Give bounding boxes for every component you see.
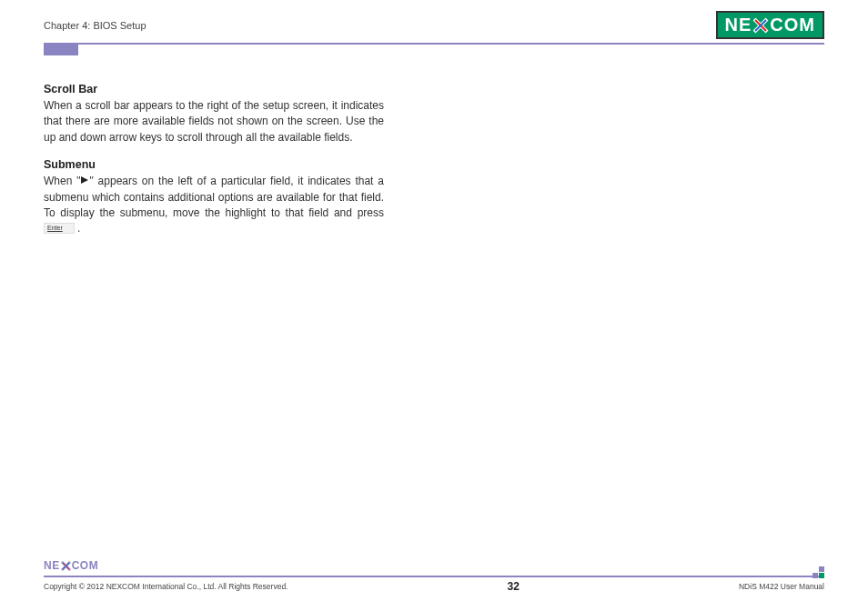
body-submenu-mid: " appears on the left of a particular fi… [44, 175, 384, 219]
page-number: 32 [508, 580, 520, 593]
footer-squares-decoration [812, 566, 824, 578]
footer-copyright: Copyright © 2012 NEXCOM International Co… [44, 582, 288, 591]
footer-logo: NE COM [44, 559, 824, 572]
body-submenu-post: . [75, 222, 81, 235]
enter-key-icon: Enter [44, 223, 75, 234]
footer-logo-right: COM [72, 559, 99, 572]
heading-submenu: Submenu [44, 158, 384, 171]
logo-x-icon [752, 17, 769, 34]
body-submenu: When "" appears on the left of a particu… [44, 174, 384, 237]
chapter-title: Chapter 4: BIOS Setup [44, 20, 146, 31]
footer-manual-name: NDiS M422 User Manual [739, 582, 824, 591]
body-submenu-pre: When " [44, 175, 80, 187]
footer-logo-left: NE [44, 559, 60, 572]
logo-text-right: COM [770, 15, 815, 35]
footer-divider [44, 576, 824, 577]
logo-text-left: NE [725, 15, 752, 35]
triangle-icon [80, 174, 89, 189]
body-scroll-bar: When a scroll bar appears to the right o… [44, 98, 384, 145]
heading-scroll-bar: Scroll Bar [44, 83, 384, 95]
header-divider [44, 43, 824, 45]
header-tab-decoration [44, 45, 78, 55]
nexcom-logo: NE COM [716, 11, 824, 39]
footer-logo-x-icon [61, 561, 71, 571]
